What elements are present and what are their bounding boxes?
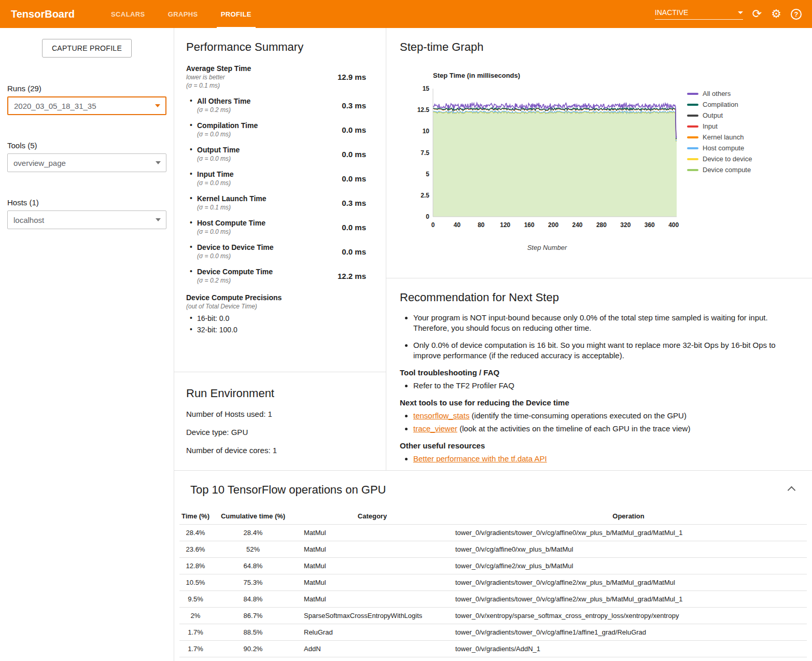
metric-row: Output Time(σ = 0.0 ms)0.0 ms — [186, 146, 373, 162]
legend-label: Kernel launch — [703, 133, 744, 141]
run-environment-title: Run Environment — [186, 387, 373, 400]
status-dropdown-value: INACTIVE — [655, 8, 689, 17]
top-ops-table: Time (%)Cumulative time (%)CategoryOpera… — [179, 508, 807, 661]
runs-select[interactable]: 2020_03_05_18_31_35 — [7, 96, 166, 115]
chevron-down-icon — [738, 11, 743, 14]
tab-profile[interactable]: PROFILE — [209, 0, 263, 28]
cell-category: MatMul — [295, 541, 450, 558]
metric-value: 0.0 ms — [342, 247, 373, 256]
legend-item: Host compute — [687, 143, 752, 153]
cell-operation: tower_0/v/gradients/tower_0/v/cg/affine2… — [450, 574, 807, 591]
metric-info: Device Compute Time(σ = 0.2 ms) — [186, 268, 273, 284]
cell-cumulative: 90.2% — [212, 641, 295, 657]
svg-text:360: 360 — [645, 221, 655, 229]
metric-name: Average Step Time — [186, 64, 251, 73]
metric-sigma: (σ = 0.2 ms) — [197, 277, 273, 284]
legend-swatch — [687, 115, 698, 117]
legend-label: Compilation — [703, 101, 738, 108]
refresh-icon[interactable]: ⟳ — [752, 8, 762, 20]
step-time-chart: 02.557.51012.515040801201602002402803203… — [412, 85, 682, 243]
table-column-header: Time (%) — [179, 508, 212, 525]
sidebar: CAPTURE PROFILE Runs (29) 2020_03_05_18_… — [0, 28, 174, 661]
tab-graphs[interactable]: GRAPHS — [157, 0, 209, 28]
table-column-header: Cumulative time (%) — [212, 508, 295, 525]
top-ops-section: Top 10 TensorFlow operations on GPU Time… — [174, 471, 812, 661]
tool-desc: (identify the time-consuming operations … — [469, 411, 687, 420]
tab-scalars[interactable]: SCALARS — [100, 0, 157, 28]
recommendation-bullets: Your program is NOT input-bound because … — [400, 313, 796, 361]
tool-link[interactable]: tensorflow_stats — [413, 411, 469, 420]
cell-operation: tower_0/v/gradients/tower_0/v/cg/affine2… — [450, 591, 807, 608]
metric-sigma: (σ = 0.0 ms) — [197, 155, 240, 162]
legend-label: Output — [703, 111, 723, 119]
hosts-select-value: localhost — [13, 216, 44, 224]
cell-category: SparseSoftmaxCrossEntropyWithLogits — [295, 608, 450, 624]
cell-cumulative: 88.5% — [212, 624, 295, 641]
tools-select-value: overview_page — [13, 159, 66, 167]
table-row: 28.4%28.4%MatMultower_0/v/gradients/towe… — [179, 525, 807, 541]
svg-text:5: 5 — [426, 171, 429, 178]
cell-operation: tower_0/v/gradients/tower_0/v/cg/affine0… — [450, 525, 807, 541]
table-column-header: Operation — [450, 508, 807, 525]
legend-label: Host compute — [703, 144, 744, 152]
cell-category: ApplyGradientDescent — [295, 657, 450, 661]
metric-value: 12.9 ms — [338, 73, 373, 81]
hosts-select[interactable]: localhost — [7, 210, 166, 229]
metric-name: Compilation Time — [197, 121, 258, 130]
gear-icon[interactable]: ⚙ — [771, 8, 781, 20]
table-row: 23.6%52%MatMultower_0/v/cg/affine0/xw_pl… — [179, 541, 807, 558]
metric-info: Compilation Time(σ = 0.0 ms) — [186, 121, 258, 138]
table-row: 2%86.7%SparseSoftmaxCrossEntropyWithLogi… — [179, 608, 807, 624]
metric-sigma: (σ = 0.1 ms) — [197, 204, 267, 211]
top-ops-title: Top 10 TensorFlow operations on GPU — [190, 483, 812, 497]
legend-item: All others — [687, 88, 752, 99]
svg-text:40: 40 — [454, 221, 461, 229]
run-environment-section: Run Environment Number of Hosts used: 1D… — [174, 372, 386, 470]
legend-item: Device compute — [687, 164, 752, 175]
svg-text:15: 15 — [423, 85, 430, 92]
cell-category: ReluGrad — [295, 624, 450, 641]
metric-row: Device Compute Time(σ = 0.2 ms)12.2 ms — [186, 268, 373, 284]
metric-row: All Others Time(σ = 0.2 ms)0.3 ms — [186, 97, 373, 114]
cell-time: 23.6% — [179, 541, 212, 558]
cell-cumulative: 84.8% — [212, 591, 295, 608]
faq-list: Refer to the TF2 Profiler FAQ — [400, 380, 796, 391]
svg-text:240: 240 — [572, 221, 583, 229]
metric-name: Output Time — [197, 146, 240, 154]
header-actions: INACTIVE ⟳ ⚙ ? — [655, 8, 802, 20]
cell-cumulative: 91.9% — [212, 657, 295, 661]
metric-value: 0.3 ms — [342, 101, 373, 110]
resources-list: Better performance with the tf.data API — [400, 453, 796, 464]
help-icon[interactable]: ? — [791, 9, 802, 20]
table-row: 12.8%64.8%MatMultower_0/v/cg/affine2/xw_… — [179, 558, 807, 574]
legend-swatch — [687, 158, 698, 160]
cell-category: AddN — [295, 641, 450, 657]
table-header-row: Time (%)Cumulative time (%)CategoryOpera… — [179, 508, 807, 525]
metric-name: Host Compute Time — [197, 219, 265, 227]
chevron-down-icon — [156, 218, 161, 221]
env-line: Device type: GPU — [186, 428, 373, 437]
tools-select[interactable]: overview_page — [7, 153, 166, 172]
legend-label: Input — [703, 122, 718, 130]
metric-name: All Others Time — [197, 97, 250, 105]
cell-operation: tower_0/v/cg/affine2/xw_plus_b/MatMul — [450, 558, 807, 574]
cell-time: 1.7% — [179, 657, 212, 661]
run-environment-lines: Number of Hosts used: 1Device type: GPUN… — [186, 410, 373, 455]
cell-time: 28.4% — [179, 525, 212, 541]
capture-profile-button[interactable]: CAPTURE PROFILE — [42, 39, 132, 58]
cell-cumulative: 64.8% — [212, 558, 295, 574]
precisions-title: Device Compute Precisions — [186, 293, 373, 302]
metric-name: Device to Device Time — [197, 243, 274, 251]
status-dropdown[interactable]: INACTIVE — [655, 8, 743, 20]
faq-heading: Tool troubleshooting / FAQ — [400, 368, 796, 377]
metric-info: Device to Device Time(σ = 0.0 ms) — [186, 243, 274, 260]
metric-value: 0.0 ms — [342, 174, 373, 183]
cell-time: 2% — [179, 608, 212, 624]
precisions-subtitle: (out of Total Device Time) — [186, 303, 373, 310]
tool-item: trace_viewer (look at the activities on … — [413, 423, 796, 434]
tool-link[interactable]: trace_viewer — [413, 424, 457, 433]
resource-link[interactable]: Better performance with the tf.data API — [413, 454, 547, 463]
metric-sigma: (σ = 0.0 ms) — [197, 131, 258, 138]
legend-item: Kernel launch — [687, 132, 752, 143]
metric-info: Output Time(σ = 0.0 ms) — [186, 146, 240, 162]
